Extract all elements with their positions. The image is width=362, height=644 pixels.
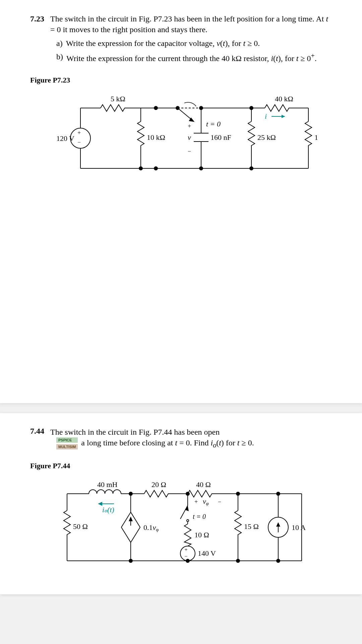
cap-label: 160 nF [210,133,231,142]
cap-v-label: v [188,133,191,142]
problem-number-744: 7.44 [30,427,44,436]
r10-label: 10 Ω [194,531,209,539]
t0-744: t = 0 [193,513,206,520]
svg-marker-42 [129,517,133,521]
badge-column: PSPICE MULTISIM [56,437,78,449]
svg-point-63 [129,559,132,562]
svg-point-61 [186,492,189,495]
svg-marker-56 [276,522,280,527]
vsrc-label: 120 V [56,134,74,143]
circuit-7-44: 40 mH iₒ(t) 50 Ω 0.1vφ 20 Ω 40 Ω + vφ − … [44,474,318,574]
v140-plus: + [184,547,187,552]
svg-point-29 [199,167,203,170]
vsrc-minus: − [77,139,81,146]
svg-point-65 [236,559,240,562]
circuit-7-23: 5 kΩ 40 kΩ 120 V + − 10 kΩ t = 0 + v − 1… [44,88,318,182]
r40k-label: 40 kΩ [275,95,293,103]
part-a-letter: a) [56,38,63,49]
svg-point-9 [154,106,158,110]
svg-marker-69 [98,502,102,506]
r50-label: 50 Ω [73,522,88,531]
vphi-minus: − [218,498,221,505]
svg-point-47 [187,520,189,522]
svg-point-48 [180,546,195,561]
prob744-row2: PSPICE MULTISIM a long time before closi… [30,437,332,450]
svg-point-66 [277,559,280,562]
part-b: b) Write the expression for the current … [56,51,332,64]
isrc10-label: 10 A [292,523,306,532]
r40-label: 40 Ω [196,480,211,489]
badge-pspice: PSPICE [56,437,78,443]
cap-minus: − [188,148,191,155]
v140-minus: − [184,553,187,559]
prob744-line1: The switch in the circuit in Fig. P7.44 … [50,427,332,437]
r25k-label: 25 kΩ [257,133,276,142]
part-a-text: Write the expression for the capacitor v… [66,38,260,49]
vphi-plus: + [194,498,198,505]
svg-point-62 [236,492,240,495]
problem-intro: The switch in the circuit in Fig. P7.23 … [50,13,332,35]
svg-point-28 [154,167,158,170]
t0-label: t = 0 [206,120,221,128]
part-b-letter: b) [56,51,63,64]
problem-number: 7.23 [30,14,44,23]
part-b-text: Write the expression for the current thr… [66,51,317,64]
figure-label-7-23: Figure P7.23 [30,76,332,85]
figure-label-7-44: Figure P7.44 [30,462,332,470]
i-label: i [265,112,267,120]
svg-point-64 [186,559,189,562]
page-problem-7-23: 7.23 The switch in the circuit in Fig. P… [0,0,362,403]
r20-label: 20 Ω [152,480,166,489]
page-problem-7-44: 7.44 The switch in the circuit in Fig. P… [0,413,362,594]
svg-point-27 [139,167,142,170]
svg-point-30 [250,167,253,170]
svg-point-10 [176,106,179,110]
r15-label: 15 Ω [244,522,259,531]
l40mh-label: 40 mH [97,480,118,489]
problem-7-23-header: 7.23 The switch in the circuit in Fig. P… [30,13,332,35]
svg-point-60 [129,492,132,495]
r10k-left-label: 10 kΩ [147,133,165,142]
problem-7-44-header: 7.44 The switch in the circuit in Fig. P… [30,427,332,437]
depsrc-label: 0.1vφ [143,523,159,532]
svg-point-67 [277,492,280,495]
part-a: a) Write the expression for the capacito… [56,38,332,49]
prob744-line2: a long time before closing at t = 0. Fin… [81,437,254,450]
cap-plus: + [188,123,191,129]
vsrc140-label: 140 V [198,549,216,557]
r5k-label: 5 kΩ [111,95,125,103]
io-label: iₒ(t) [102,505,114,514]
vsrc-plus: + [77,129,81,136]
r10k-right-label: 10 kΩ [314,133,318,142]
badge-multisim: MULTISIM [56,444,78,449]
vphi-label: vφ [203,497,209,506]
svg-marker-32 [282,115,285,118]
